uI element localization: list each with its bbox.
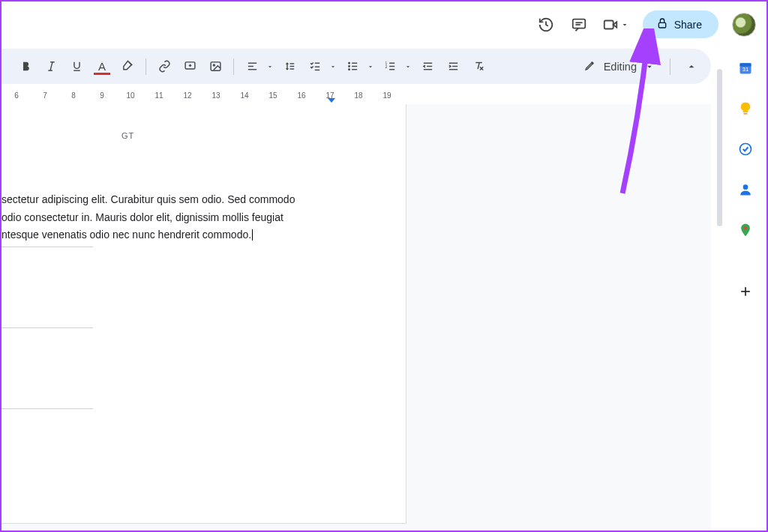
bold-button[interactable] [15, 56, 36, 77]
horizontal-rule [2, 247, 93, 247]
insert-image-button[interactable] [205, 56, 226, 77]
text-color-button[interactable]: A [92, 56, 112, 77]
ruler-tick: 14 [240, 91, 248, 100]
ruler-tick: 9 [100, 91, 104, 100]
horizontal-rule [2, 327, 93, 328]
document-canvas: GT sectetur adipiscing elit. Curabitur q… [2, 104, 711, 531]
toolbar-separator [233, 58, 234, 75]
text-line: ntesque venenatis odio nec nunc hendreri… [2, 227, 373, 244]
header-actions: Share [536, 10, 756, 38]
ruler-tick: 18 [354, 91, 362, 100]
numbered-list-button[interactable]: 12 [380, 56, 400, 77]
account-avatar[interactable] [732, 13, 756, 37]
svg-line-8 [50, 62, 52, 70]
meet-button[interactable] [602, 16, 629, 33]
svg-rect-3 [604, 20, 613, 28]
toolbar-separator [146, 58, 146, 75]
svg-point-26 [348, 66, 349, 67]
editing-mode-button[interactable]: Editing [578, 55, 658, 78]
svg-point-25 [348, 63, 349, 64]
ruler-tick: 10 [126, 91, 134, 100]
decrease-indent-button[interactable] [417, 56, 438, 77]
calendar-icon[interactable]: 31 [737, 60, 754, 76]
ruler-tick: 8 [71, 91, 76, 100]
ruler-tick: 12 [183, 91, 191, 100]
text-line: odio consectetur in. Mauris dolor elit, … [2, 210, 373, 226]
svg-rect-47 [744, 113, 748, 115]
share-label: Share [674, 19, 702, 31]
underline-button[interactable] [66, 56, 87, 77]
align-button[interactable] [242, 56, 262, 77]
svg-point-27 [348, 69, 349, 70]
ruler-tick: 13 [212, 91, 220, 100]
ruler-tick: 7 [43, 91, 47, 100]
chevron-down-icon [644, 61, 655, 72]
pencil-icon [584, 59, 596, 73]
svg-rect-10 [185, 62, 195, 69]
insert-comment-button[interactable] [179, 56, 200, 77]
vertical-scrollbar[interactable] [717, 69, 722, 226]
bulleted-list-button[interactable] [342, 56, 363, 77]
history-icon[interactable] [536, 15, 556, 34]
formatting-toolbar: A 12 Editing [2, 49, 711, 84]
svg-line-42 [479, 67, 482, 70]
svg-rect-5 [658, 22, 665, 28]
numbered-dropdown-icon[interactable] [404, 63, 412, 70]
get-addons-button[interactable] [737, 283, 754, 300]
clear-formatting-button[interactable] [468, 56, 489, 77]
svg-point-14 [213, 64, 214, 66]
lock-icon [656, 17, 668, 31]
insert-link-button[interactable] [154, 56, 175, 77]
bulleted-dropdown-icon[interactable] [366, 63, 375, 70]
collapse-toolbar-button[interactable] [682, 58, 700, 76]
svg-rect-0 [572, 19, 585, 28]
svg-point-49 [743, 184, 748, 190]
horizontal-rule [2, 408, 93, 409]
text-cursor [252, 229, 253, 241]
ruler-tick: 15 [268, 91, 277, 100]
tasks-icon[interactable] [737, 141, 754, 157]
checklist-button[interactable] [304, 56, 326, 77]
svg-rect-13 [211, 62, 220, 70]
ruler-tick: 16 [297, 91, 305, 100]
checklist-dropdown-icon[interactable] [328, 63, 338, 70]
keep-icon[interactable] [737, 100, 754, 117]
document-body[interactable]: sectetur adipiscing elit. Curabitur quis… [2, 192, 373, 245]
line-spacing-button[interactable] [279, 56, 300, 77]
ruler-tick: 19 [382, 91, 391, 100]
comments-icon[interactable] [569, 15, 589, 34]
toolbar-separator [670, 58, 670, 75]
document-page[interactable]: GT sectetur adipiscing elit. Curabitur q… [2, 104, 406, 524]
svg-point-50 [744, 226, 747, 229]
highlight-button[interactable] [117, 56, 138, 77]
italic-button[interactable] [40, 56, 62, 77]
svg-text:2: 2 [385, 65, 387, 69]
horizontal-ruler[interactable]: 6 7 8 9 10 11 12 13 14 15 16 17 18 19 [2, 90, 422, 103]
svg-text:31: 31 [742, 66, 748, 73]
ruler-tick: 11 [154, 91, 163, 100]
contacts-icon[interactable] [737, 181, 754, 198]
share-button[interactable]: Share [643, 10, 718, 38]
svg-line-43 [479, 67, 482, 70]
side-panel: 31 [724, 54, 766, 300]
ruler-tick: 6 [14, 91, 19, 100]
svg-text:1: 1 [385, 61, 387, 65]
editing-mode-label: Editing [604, 61, 637, 73]
increase-indent-button[interactable] [442, 56, 464, 77]
text-line: sectetur adipiscing elit. Curabitur quis… [2, 192, 373, 208]
maps-icon[interactable] [737, 222, 754, 238]
page-header-text: GT [122, 131, 134, 140]
align-dropdown-icon[interactable] [266, 63, 274, 70]
